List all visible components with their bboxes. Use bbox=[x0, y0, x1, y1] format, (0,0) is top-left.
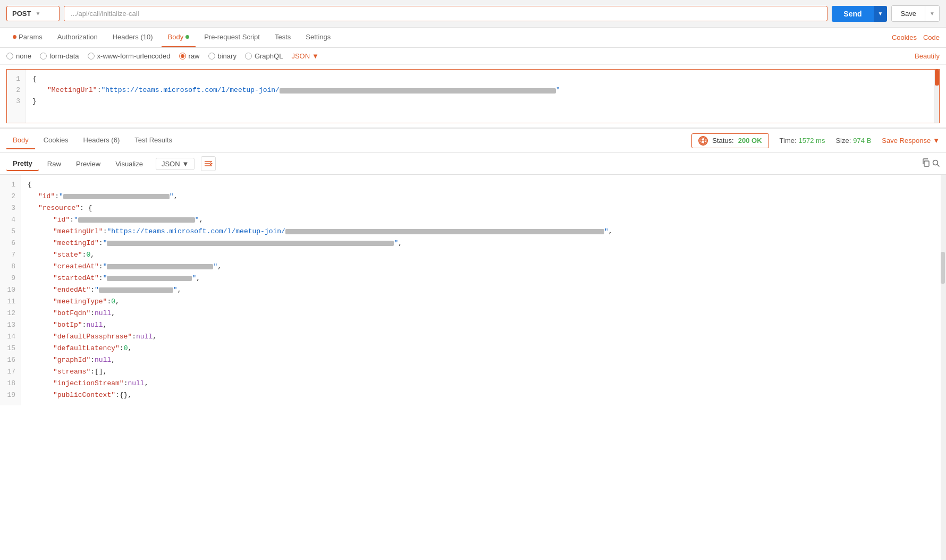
tab-body-label: Body bbox=[168, 33, 184, 41]
copy-button[interactable] bbox=[922, 158, 930, 169]
resp-line-2: "id": "", bbox=[28, 191, 940, 202]
response-body-scroll[interactable]: 12345 678910 1112131415 16171819 { "id":… bbox=[0, 175, 946, 560]
svg-line-8 bbox=[937, 164, 940, 166]
radio-raw-label: raw bbox=[189, 52, 200, 60]
beautify-button[interactable]: Beautify bbox=[915, 52, 940, 60]
resp-line-19: "publicContext": {}, bbox=[28, 389, 940, 401]
radio-graphql-label: GraphQL bbox=[255, 52, 283, 60]
request-body-editor[interactable]: 1 2 3 { "MeetingUrl" : "https://teams.mi… bbox=[6, 69, 940, 123]
send-dropdown-button[interactable]: ▼ bbox=[874, 6, 888, 22]
body-dot bbox=[185, 35, 189, 39]
wrap-lines-button[interactable] bbox=[201, 156, 216, 171]
line-num-3: 3 bbox=[12, 96, 20, 107]
params-dot bbox=[13, 35, 16, 39]
resp-subtab-pretty[interactable]: Pretty bbox=[6, 157, 39, 171]
resp-line-17: "streams": [], bbox=[28, 366, 940, 378]
resp-tab-headers[interactable]: Headers (6) bbox=[77, 132, 126, 149]
resp-tab-cookies-label: Cookies bbox=[44, 136, 69, 144]
resp-line-3: "resource": { bbox=[28, 202, 940, 214]
save-response-button[interactable]: Save Response ▼ bbox=[882, 137, 940, 145]
save-dropdown-button[interactable]: ▼ bbox=[925, 6, 939, 21]
save-response-label: Save Response bbox=[882, 137, 931, 145]
tab-prerequest[interactable]: Pre-request Script bbox=[198, 28, 266, 47]
resp-subtab-preview-label: Preview bbox=[76, 160, 100, 168]
url-text: .../api/call/initialize-call bbox=[71, 10, 139, 18]
code-text[interactable]: { "MeetingUrl" : "https://teams.microsof… bbox=[26, 70, 934, 123]
resp-tab-cookies[interactable]: Cookies bbox=[37, 132, 75, 149]
url-input[interactable]: .../api/call/initialize-call bbox=[64, 6, 827, 21]
tab-params[interactable]: Params bbox=[6, 28, 49, 47]
response-scrollbar[interactable] bbox=[941, 175, 946, 560]
radio-raw-circle bbox=[179, 53, 186, 60]
time-label: Time: bbox=[780, 137, 797, 145]
radio-binary-label: binary bbox=[218, 52, 236, 60]
status-globe-icon bbox=[698, 136, 708, 146]
code-link[interactable]: Code bbox=[923, 33, 940, 41]
send-button-group: Send ▼ bbox=[832, 6, 887, 22]
response-section: Body Cookies Headers (6) Test Results bbox=[0, 128, 946, 560]
meeting-url-key: "MeetingUrl" bbox=[47, 85, 97, 96]
cookies-link[interactable]: Cookies bbox=[892, 33, 917, 41]
editor-scrollbar[interactable] bbox=[934, 70, 939, 123]
radio-formdata-circle bbox=[40, 53, 47, 60]
radio-none[interactable]: none bbox=[6, 52, 31, 60]
radio-graphql[interactable]: GraphQL bbox=[245, 52, 283, 60]
status-box: Status: 200 OK bbox=[691, 133, 768, 148]
resp-line-1: { bbox=[28, 179, 940, 191]
close-brace: } bbox=[32, 96, 37, 107]
resp-subtab-raw[interactable]: Raw bbox=[41, 157, 67, 171]
size-label: Size: bbox=[835, 137, 851, 145]
tab-headers[interactable]: Headers (10) bbox=[106, 28, 159, 47]
resp-subtab-raw-label: Raw bbox=[47, 160, 61, 168]
editor-scrollbar-thumb bbox=[935, 70, 939, 86]
tab-body[interactable]: Body bbox=[162, 28, 196, 47]
resp-line-10: "endedAt": "", bbox=[28, 284, 940, 296]
resp-tab-test-results-label: Test Results bbox=[134, 136, 172, 144]
request-tabs: Params Authorization Headers (10) Body P… bbox=[0, 28, 946, 48]
line-numbers: 1 2 3 bbox=[7, 70, 26, 123]
response-subtabs: Pretty Raw Preview Visualize JSON ▼ bbox=[0, 153, 946, 175]
resp-subtab-visualize[interactable]: Visualize bbox=[109, 157, 149, 171]
search-button[interactable] bbox=[932, 159, 940, 168]
send-button[interactable]: Send bbox=[832, 6, 873, 22]
save-button-group: Save ▼ bbox=[891, 5, 940, 22]
response-format-dropdown[interactable]: JSON ▼ bbox=[156, 158, 195, 170]
json-format-label: JSON bbox=[291, 52, 310, 60]
main-layout: POST ▼ .../api/call/initialize-call Send… bbox=[0, 0, 946, 560]
save-button[interactable]: Save bbox=[892, 6, 925, 21]
response-format-label: JSON bbox=[162, 160, 180, 168]
resp-line-18: "injectionStream": null, bbox=[28, 378, 940, 389]
resp-line-16: "graphId": null, bbox=[28, 354, 940, 366]
request-section: Params Authorization Headers (10) Body P… bbox=[0, 28, 946, 128]
json-format-dropdown[interactable]: JSON ▼ bbox=[291, 52, 319, 60]
resp-line-9: "startedAt": "", bbox=[28, 273, 940, 284]
resp-subtab-pretty-label: Pretty bbox=[13, 159, 32, 167]
resp-line-8: "createdAt": "", bbox=[28, 261, 940, 273]
right-links: Cookies Code bbox=[892, 33, 940, 41]
tab-authorization[interactable]: Authorization bbox=[51, 28, 104, 47]
tab-prerequest-label: Pre-request Script bbox=[204, 33, 260, 41]
response-time: Time: 1572 ms bbox=[780, 137, 825, 145]
svg-rect-6 bbox=[924, 161, 929, 166]
resp-subtab-preview[interactable]: Preview bbox=[70, 157, 107, 171]
resp-tab-test-results[interactable]: Test Results bbox=[128, 132, 179, 149]
method-select[interactable]: POST ▼ bbox=[6, 6, 60, 21]
radio-formdata[interactable]: form-data bbox=[40, 52, 79, 60]
radio-raw[interactable]: raw bbox=[179, 52, 200, 60]
resp-tab-body[interactable]: Body bbox=[6, 132, 35, 149]
status-label: Status: bbox=[712, 137, 733, 145]
json-format-chevron-icon: ▼ bbox=[312, 52, 319, 60]
response-size: Size: 974 B bbox=[835, 137, 871, 145]
tab-authorization-label: Authorization bbox=[57, 33, 98, 41]
radio-none-label: none bbox=[16, 52, 31, 60]
radio-urlencoded[interactable]: x-www-form-urlencoded bbox=[88, 52, 171, 60]
radio-graphql-circle bbox=[245, 53, 252, 60]
tab-settings[interactable]: Settings bbox=[299, 28, 337, 47]
radio-binary[interactable]: binary bbox=[208, 52, 236, 60]
search-icon bbox=[932, 159, 940, 167]
tab-tests[interactable]: Tests bbox=[268, 28, 297, 47]
tab-params-label: Params bbox=[19, 33, 43, 41]
time-value: 1572 ms bbox=[799, 137, 825, 145]
tab-settings-label: Settings bbox=[306, 33, 331, 41]
resp-line-6: "meetingId": "", bbox=[28, 237, 940, 249]
